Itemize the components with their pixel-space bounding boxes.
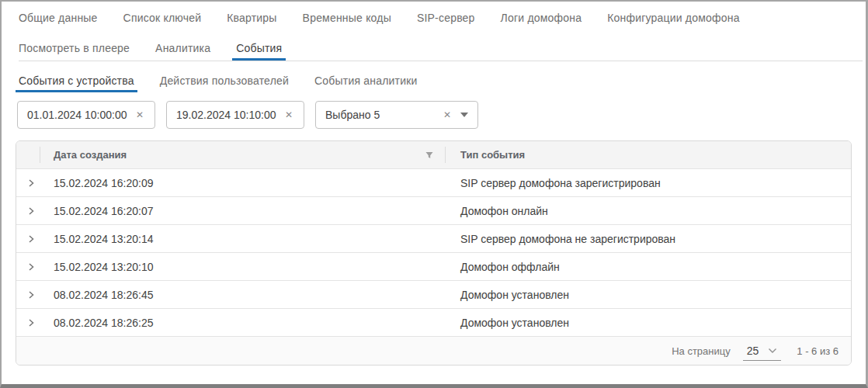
clear-icon[interactable]: ✕ [442,109,453,121]
tab-view-in-player[interactable]: Посмотреть в плеере [19,42,130,54]
table-row: 15.02.2024 16:20:07 Домофон онлайн [16,196,851,224]
subtab-user-actions[interactable]: Действия пользователей [160,74,289,87]
chevron-down-icon [768,348,777,354]
events-table: Дата создания Тип события 15.02.2024 16:… [16,140,852,365]
row-date: 15.02.2024 13:20:14 [40,233,445,245]
per-page-label: На страницу [672,345,731,357]
primary-tab-bar: Общие данные Список ключей Квартиры Врем… [19,12,852,24]
filter-funnel-icon[interactable] [425,151,434,160]
table-header: Дата создания Тип события [16,141,851,168]
tab-apartments[interactable]: Квартиры [227,12,276,24]
table-row: 08.02.2024 18:26:45 Домофон установлен [16,280,851,308]
table-row: 08.02.2024 18:26:25 Домофон установлен [16,308,851,336]
type-column-label: Тип события [460,149,525,161]
chevron-right-icon[interactable] [26,290,36,300]
row-event-type: Домофон онлайн [445,205,851,217]
chevron-right-icon[interactable] [26,178,36,188]
caret-down-icon[interactable] [460,113,468,117]
expander-column-header [16,141,40,168]
date-from-value: 01.01.2024 10:00:00 [27,109,134,121]
tab-general-data[interactable]: Общие данные [19,12,98,24]
tab-events[interactable]: События [236,42,282,54]
date-column-header: Дата создания [40,141,445,168]
pagination-range: 1 - 6 из 6 [797,345,838,357]
type-column-header: Тип события [445,141,851,168]
row-event-type: Домофон установлен [445,317,851,329]
table-row: 15.02.2024 16:20:09 SIP сервер домофона … [16,168,851,196]
date-from-input[interactable]: 01.01.2024 10:00:00 ✕ [17,101,155,129]
chevron-right-icon[interactable] [26,206,36,216]
row-date: 08.02.2024 18:26:45 [40,289,445,301]
table-row: 15.02.2024 13:20:14 SIP сервер домофона … [16,224,851,252]
filters-bar: 01.01.2024 10:00:00 ✕ 19.02.2024 10:10:0… [17,101,852,129]
row-event-type: SIP сервер домофона зарегистрирован [445,177,851,189]
page-size-select[interactable]: 25 [743,345,782,361]
row-date: 08.02.2024 18:26:25 [40,317,445,329]
page: Общие данные Список ключей Квартиры Врем… [0,0,868,388]
date-column-label: Дата создания [54,149,425,161]
date-to-input[interactable]: 19.02.2024 10:10:00 ✕ [166,101,304,129]
row-event-type: SIP сервер домофона не зарегистрирован [445,233,851,245]
tab-intercom-logs[interactable]: Логи домофона [501,12,582,24]
subtab-analytics-events[interactable]: События аналитики [314,74,418,87]
tab-temporary-codes[interactable]: Временные коды [303,12,391,24]
clear-icon[interactable]: ✕ [283,109,294,121]
events-subtab-bar: События с устройства Действия пользовате… [19,74,852,87]
row-date: 15.02.2024 13:20:10 [40,261,445,273]
chevron-right-icon[interactable] [26,318,36,327]
table-row: 15.02.2024 13:20:10 Домофон оффлайн [16,252,851,280]
subtab-device-events[interactable]: События с устройства [19,74,134,87]
chevron-right-icon[interactable] [26,234,36,244]
table-footer: На страницу 25 1 - 6 из 6 [16,336,851,365]
tab-intercom-configs[interactable]: Конфигурации домофона [607,12,739,24]
row-date: 15.02.2024 16:20:09 [40,177,445,189]
page-size-value: 25 [747,345,759,357]
clear-icon[interactable]: ✕ [134,109,145,121]
event-type-select-value: Выбрано 5 [325,109,442,121]
event-type-select[interactable]: Выбрано 5 ✕ [315,101,478,129]
row-date: 15.02.2024 16:20:07 [40,205,445,217]
date-to-value: 19.02.2024 10:10:00 [176,109,283,121]
row-event-type: Домофон оффлайн [445,261,851,273]
tab-sip-server[interactable]: SIP-сервер [417,12,475,24]
tab-key-list[interactable]: Список ключей [123,12,202,24]
secondary-tab-bar: Посмотреть в плеере Аналитика События [19,42,863,61]
row-event-type: Домофон установлен [445,289,851,301]
tab-analytics[interactable]: Аналитика [155,42,210,54]
chevron-right-icon[interactable] [26,262,36,272]
